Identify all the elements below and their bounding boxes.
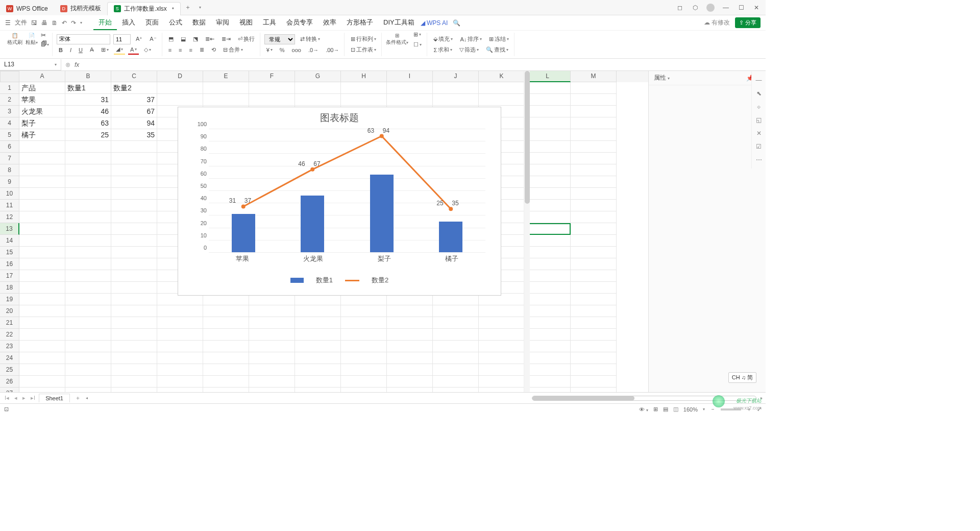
cell[interactable] [571, 117, 617, 129]
cell[interactable] [341, 341, 387, 352]
cell[interactable] [525, 164, 571, 176]
cell[interactable] [157, 388, 203, 392]
cell[interactable] [479, 82, 525, 94]
cell[interactable] [111, 376, 157, 388]
cell[interactable] [571, 247, 617, 258]
cell[interactable] [525, 294, 571, 305]
align-center-icon[interactable]: ≡ [177, 46, 184, 54]
strikethrough-button[interactable]: A̶ [88, 45, 96, 54]
cell[interactable] [525, 247, 571, 258]
row-header[interactable]: 13 [0, 223, 19, 235]
menu-tab[interactable]: 视图 [234, 16, 258, 30]
cell[interactable] [571, 294, 617, 305]
cell[interactable] [341, 352, 387, 364]
cell[interactable] [387, 329, 433, 341]
zoom-level[interactable]: 160% [683, 406, 698, 413]
cell[interactable] [111, 317, 157, 329]
cell[interactable] [571, 235, 617, 247]
cell[interactable] [157, 305, 203, 317]
align-right-icon[interactable]: ≡ [187, 46, 194, 54]
cell[interactable]: 数量2 [111, 82, 157, 94]
cell[interactable] [525, 388, 571, 392]
cell[interactable] [525, 129, 571, 141]
row-header[interactable]: 2 [0, 94, 19, 106]
menu-tab[interactable]: 会员专享 [281, 16, 318, 30]
cell[interactable] [249, 305, 295, 317]
cell[interactable]: 火龙果 [19, 106, 65, 117]
cell[interactable] [249, 329, 295, 341]
cell[interactable] [111, 329, 157, 341]
cell[interactable] [111, 364, 157, 376]
row-header[interactable]: 6 [0, 141, 19, 153]
fill-button[interactable]: ⬙填充▾ [431, 34, 455, 44]
cell[interactable] [111, 164, 157, 176]
row-header[interactable]: 8 [0, 164, 19, 176]
cell[interactable] [111, 211, 157, 223]
cell[interactable] [433, 352, 479, 364]
cell[interactable] [387, 388, 433, 392]
cell[interactable] [111, 153, 157, 164]
cell[interactable] [65, 247, 111, 258]
cell[interactable]: 35 [111, 129, 157, 141]
cell[interactable] [525, 106, 571, 117]
close-button[interactable]: ✕ [752, 4, 761, 12]
convert-button[interactable]: ⇄转换▾ [298, 34, 322, 44]
copy-format-icon[interactable]: 🗐▾ [41, 40, 49, 47]
row-header[interactable]: 25 [0, 364, 19, 376]
cell[interactable] [19, 388, 65, 392]
cell[interactable] [571, 211, 617, 223]
undo-icon[interactable]: ↶ [62, 19, 67, 27]
cell[interactable] [525, 200, 571, 211]
cell[interactable] [341, 376, 387, 388]
cell[interactable] [19, 247, 65, 258]
cell[interactable] [295, 329, 341, 341]
cell[interactable] [65, 388, 111, 392]
cell[interactable] [19, 188, 65, 200]
cell[interactable] [19, 341, 65, 352]
row-header[interactable]: 14 [0, 235, 19, 247]
cell[interactable] [111, 305, 157, 317]
column-header[interactable]: D [157, 71, 203, 82]
cell[interactable] [65, 164, 111, 176]
cell[interactable] [571, 94, 617, 106]
row-header[interactable]: 22 [0, 329, 19, 341]
cell[interactable] [479, 388, 525, 392]
cell[interactable]: 31 [65, 94, 111, 106]
cell[interactable] [111, 247, 157, 258]
cell[interactable] [111, 270, 157, 282]
cell[interactable] [571, 329, 617, 341]
cell[interactable] [571, 258, 617, 270]
cell[interactable] [387, 305, 433, 317]
cell[interactable] [525, 153, 571, 164]
embedded-chart[interactable]: 图表标题 0102030405060708090100 苹果火龙果梨子橘子 31… [178, 107, 501, 296]
cell[interactable] [525, 223, 571, 235]
cell[interactable] [249, 317, 295, 329]
cell[interactable] [157, 376, 203, 388]
cell[interactable] [157, 329, 203, 341]
cell[interactable] [111, 352, 157, 364]
cell[interactable] [571, 223, 617, 235]
cell[interactable] [525, 352, 571, 364]
cell[interactable] [65, 141, 111, 153]
cell[interactable] [525, 364, 571, 376]
row-header[interactable]: 27 [0, 388, 19, 392]
row-header[interactable]: 26 [0, 376, 19, 388]
cell[interactable] [157, 352, 203, 364]
view-split-icon[interactable]: ◫ [673, 406, 678, 413]
settings-tool-icon[interactable]: ✕ [756, 130, 762, 137]
cell[interactable] [525, 305, 571, 317]
cell[interactable] [433, 364, 479, 376]
cell[interactable] [571, 341, 617, 352]
cell[interactable] [571, 176, 617, 188]
number-format-select[interactable]: 常规 [264, 34, 295, 44]
row-header[interactable]: 17 [0, 270, 19, 282]
cell[interactable] [525, 176, 571, 188]
cell[interactable] [525, 211, 571, 223]
clear-format-button[interactable]: ◇▾ [142, 45, 153, 54]
cell[interactable] [65, 211, 111, 223]
font-size-select[interactable] [113, 34, 131, 44]
cell[interactable] [571, 82, 617, 94]
cell[interactable] [249, 388, 295, 392]
cell[interactable] [433, 388, 479, 392]
cell[interactable]: 梨子 [19, 117, 65, 129]
